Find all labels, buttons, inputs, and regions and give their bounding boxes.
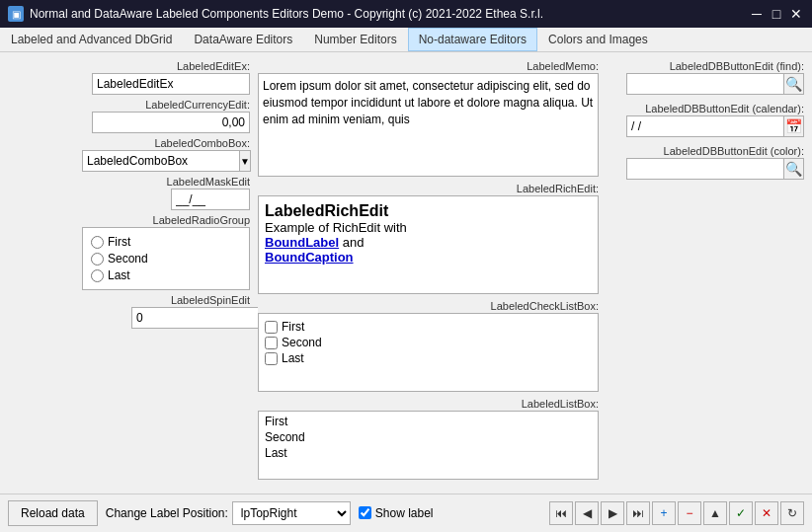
memo-group: LabeledMemo: Lorem ipsum dolor sit amet,…: [258, 60, 599, 177]
window-title: Normal and DataAware Labeled Components …: [30, 7, 543, 21]
nav-add-button[interactable]: +: [652, 501, 676, 525]
nav-cancel-button[interactable]: ✕: [755, 501, 778, 525]
checklist-box: First Second Last: [258, 313, 599, 392]
dbb2-group: LabeledDBButtonEdit (calendar): 📅: [607, 103, 804, 137]
nav-refresh-button[interactable]: ↻: [780, 501, 804, 525]
dbb1-input[interactable]: [626, 73, 783, 95]
menu-item-nodataware[interactable]: No-dataware Editors: [408, 28, 537, 51]
title-bar: ▣ Normal and DataAware Labeled Component…: [0, 0, 812, 28]
show-label-group: Show label: [359, 506, 434, 520]
check-second-label: Second: [282, 336, 322, 349]
close-button[interactable]: ✕: [788, 6, 804, 22]
menu-item-colors-images[interactable]: Colors and Images: [537, 28, 659, 51]
check-item-last[interactable]: Last: [265, 351, 592, 365]
menu-item-dataaware[interactable]: DataAware Editors: [183, 28, 303, 51]
nav-next-button[interactable]: ▶: [601, 501, 624, 525]
dbb3-input-row: 🔍: [626, 158, 804, 180]
maximize-button[interactable]: □: [769, 6, 784, 22]
combo-label: LabeledComboBox:: [8, 137, 250, 149]
richedit-and: and: [343, 235, 365, 250]
radio-last[interactable]: [91, 269, 104, 282]
check-last[interactable]: [265, 352, 278, 365]
memo-label: LabeledMemo:: [258, 60, 599, 72]
nav-first-button[interactable]: ⏮: [549, 501, 573, 525]
richedit-link1: BoundLabel: [265, 235, 339, 250]
dbb2-input[interactable]: [626, 115, 783, 137]
nav-delete-button[interactable]: −: [678, 501, 701, 525]
check-last-label: Last: [282, 351, 304, 365]
listbox[interactable]: First Second Last: [258, 411, 599, 480]
listbox-label: LabeledListBox:: [258, 398, 599, 410]
left-panel: LabeledEditEx: LabeledCurrencyEdit: Labe…: [8, 60, 250, 486]
radio-label: LabeledRadioGroup: [8, 214, 250, 226]
label-position-group: Change Label Position: lpTopRight lpTopL…: [106, 501, 351, 525]
mask-input[interactable]: [171, 189, 250, 210]
radio-second[interactable]: [91, 253, 104, 266]
nav-buttons: ⏮ ◀ ▶ ⏭ + − ▲ ✓ ✕ ↻: [549, 501, 804, 525]
radio-first-label: First: [108, 235, 130, 249]
menu-item-number-editors[interactable]: Number Editors: [303, 28, 407, 51]
richedit-title: LabeledRichEdit: [265, 202, 592, 220]
reload-button[interactable]: Reload data: [8, 500, 98, 526]
richedit-group: LabeledRichEdit: LabeledRichEdit Example…: [258, 183, 599, 294]
right-panel: LabeledDBButtonEdit (find): 🔍 LabeledDBB…: [607, 60, 804, 486]
check-second[interactable]: [265, 337, 278, 349]
radio-second-label: Second: [108, 252, 148, 266]
nav-up-button[interactable]: ▲: [703, 501, 727, 525]
editex-input[interactable]: [92, 73, 250, 95]
check-item-second[interactable]: Second: [265, 336, 592, 349]
currency-label: LabeledCurrencyEdit:: [8, 99, 250, 111]
dbb2-button[interactable]: 📅: [783, 115, 804, 137]
editex-label: LabeledEditEx:: [8, 60, 250, 72]
label-pos-select[interactable]: lpTopRight lpTopLeft lpBottomRight lpBot…: [232, 501, 351, 525]
nav-ok-button[interactable]: ✓: [729, 501, 753, 525]
nav-last-button[interactable]: ⏭: [626, 501, 650, 525]
radio-last-label: Last: [108, 268, 130, 282]
combo-input[interactable]: [82, 150, 239, 172]
radio-item-last[interactable]: Last: [91, 268, 241, 282]
list-item-last[interactable]: Last: [261, 445, 596, 461]
list-item-first[interactable]: First: [261, 414, 596, 429]
editex-group: LabeledEditEx:: [8, 60, 250, 95]
radio-group-container: LabeledRadioGroup First Second Last: [8, 214, 250, 290]
check-first[interactable]: [265, 321, 278, 334]
show-label-text: Show label: [375, 506, 434, 520]
radio-group-box: First Second Last: [82, 227, 250, 290]
dbb3-button[interactable]: 🔍: [783, 158, 804, 180]
main-content: LabeledEditEx: LabeledCurrencyEdit: Labe…: [0, 52, 812, 494]
nav-prev-button[interactable]: ◀: [575, 501, 599, 525]
mask-group: LabeledMaskEdit: [8, 176, 250, 210]
dbb2-label: LabeledDBButtonEdit (calendar):: [645, 103, 804, 114]
richedit-text-1: Example of RichEdit with: [265, 220, 407, 235]
bottom-bar: Reload data Change Label Position: lpTop…: [0, 494, 812, 531]
listbox-group: LabeledListBox: First Second Last: [258, 398, 599, 480]
spin-label: LabeledSpinEdit: [8, 294, 250, 306]
dbb3-input[interactable]: [626, 158, 783, 180]
app-icon: ▣: [8, 6, 24, 22]
combo-dropdown-button[interactable]: ▼: [239, 150, 251, 172]
memo-box[interactable]: Lorem ipsum dolor sit amet, consectetur …: [258, 73, 599, 177]
richedit-box[interactable]: LabeledRichEdit Example of RichEdit with…: [258, 195, 599, 294]
label-pos-label: Change Label Position:: [106, 506, 228, 520]
minimize-button[interactable]: ─: [749, 6, 765, 22]
show-label-checkbox[interactable]: [359, 506, 371, 519]
radio-first[interactable]: [91, 236, 104, 249]
dbb2-input-row: 📅: [626, 115, 804, 137]
radio-item-second[interactable]: Second: [91, 252, 241, 266]
radio-item-first[interactable]: First: [91, 235, 241, 249]
checklist-group: LabeledCheckListBox: First Second Last: [258, 300, 599, 392]
dbb1-label: LabeledDBButtonEdit (find):: [670, 60, 804, 72]
dbb3-label: LabeledDBButtonEdit (color):: [664, 145, 804, 157]
check-item-first[interactable]: First: [265, 320, 592, 334]
mask-label: LabeledMaskEdit: [8, 176, 250, 188]
list-item-second[interactable]: Second: [261, 429, 596, 445]
currency-input[interactable]: [92, 112, 250, 133]
middle-panel: LabeledMemo: Lorem ipsum dolor sit amet,…: [258, 60, 599, 486]
title-bar-controls: ─ □ ✕: [749, 6, 804, 22]
menu-item-labeled-advanced[interactable]: Labeled and Advanced DbGrid: [0, 28, 183, 51]
check-first-label: First: [282, 320, 304, 334]
richedit-link2: BoundCaption: [265, 250, 354, 265]
richedit-label: LabeledRichEdit:: [258, 183, 599, 194]
dbb3-group: LabeledDBButtonEdit (color): 🔍: [607, 145, 804, 180]
dbb1-button[interactable]: 🔍: [783, 73, 804, 95]
